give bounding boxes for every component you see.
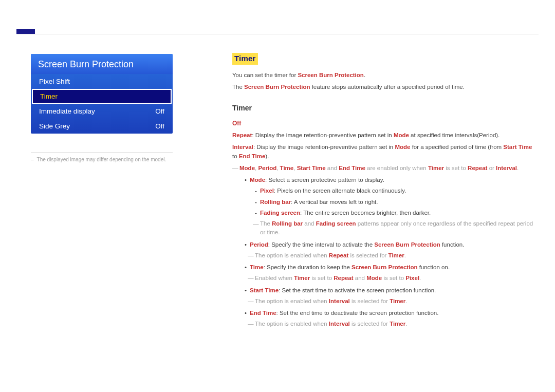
option-interval: Interval: Display the image retention-pr… [232, 143, 534, 161]
content-area: Timer You can set the timer for Screen B… [232, 53, 534, 329]
bullet-start-time: Start Time: Set the start time to activa… [232, 286, 534, 295]
menu-panel: Screen Burn Protection Pixel Shift Timer… [31, 54, 173, 134]
menu-item-side-grey[interactable]: Side Grey Off [31, 119, 173, 134]
bullet-end-time: End Time: Set the end time to deactivate… [232, 309, 534, 318]
note-end-time-enabled: The option is enabled when Interval is s… [232, 320, 534, 328]
menu-item-value: Off [155, 107, 164, 115]
menu-item-label: Side Grey [39, 122, 70, 130]
menu-item-pixel-shift[interactable]: Pixel Shift [31, 74, 173, 89]
menu-footer-divider [31, 152, 173, 153]
note-start-time-enabled: The option is enabled when Interval is s… [232, 297, 534, 306]
option-off: Off [232, 119, 534, 128]
note-enabled-when: Mode, Period, Time, Start Time and End T… [232, 164, 534, 173]
bullet-period: Period: Specify the time interval to act… [232, 240, 534, 249]
dash-rolling-bar: Rolling bar: A vertical bar moves left t… [232, 198, 534, 207]
header-accent-bar [16, 29, 35, 34]
menu-item-value: Off [155, 122, 164, 130]
menu-item-label: Pixel Shift [39, 78, 70, 85]
bullet-time: Time: Specify the duration to keep the S… [232, 263, 534, 272]
menu-item-label: Immediate display [39, 107, 95, 115]
intro-line-2: The Screen Burn Protection feature stops… [232, 83, 534, 91]
dash-pixel: Pixel: Pixels on the screen alternate bl… [232, 186, 534, 195]
menu-footnote: The displayed image may differ depending… [31, 157, 185, 162]
option-repeat: Repeat: Display the image retention-prev… [232, 131, 534, 140]
menu-item-label: Timer [40, 92, 58, 100]
subsection-heading-timer: Timer [232, 103, 534, 114]
note-time-enabled: Enabled when Timer is set to Repeat and … [232, 274, 534, 283]
bullet-mode: Mode: Select a screen protective pattern… [232, 176, 534, 184]
note-patterns-once: The Rolling bar and Fading screen patter… [232, 219, 534, 237]
menu-item-timer[interactable]: Timer [32, 89, 172, 104]
note-period-enabled: The option is enabled when Repeat is sel… [232, 251, 534, 260]
section-heading-timer: Timer [232, 53, 258, 65]
header-divider [16, 34, 539, 34]
intro-line-1: You can set the timer for Screen Burn Pr… [232, 71, 534, 80]
menu-title: Screen Burn Protection [31, 54, 173, 74]
dash-fading-screen: Fading screen: The entire screen becomes… [232, 209, 534, 217]
menu-item-immediate-display[interactable]: Immediate display Off [31, 104, 173, 119]
